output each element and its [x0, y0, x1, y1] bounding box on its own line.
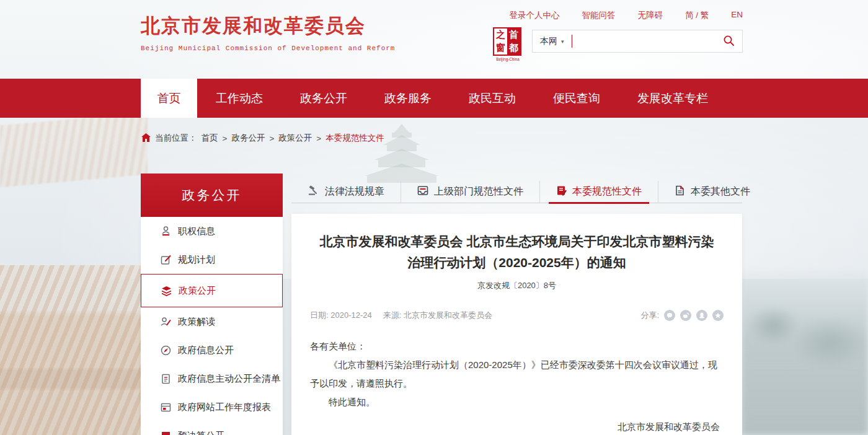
- document-number: 京发改规〔2020〕8号: [310, 280, 724, 291]
- nav-item-work-news[interactable]: 工作动态: [197, 79, 281, 118]
- search-button[interactable]: [723, 35, 735, 48]
- breadcrumb: 当前位置： 首页 > 政务公开 > 政策公开 > 本委规范性文件: [141, 133, 384, 144]
- report-table-icon: [161, 402, 171, 413]
- sidebar-item-policy-interpretation[interactable]: 政策解读: [141, 307, 283, 336]
- english-link[interactable]: EN: [731, 10, 743, 21]
- sidebar-item-label: 政府信息公开: [178, 345, 234, 356]
- palace-roof-background-bottom: [0, 265, 145, 435]
- search-scope-dropdown[interactable]: 本网 ▾: [540, 36, 564, 47]
- budget-icon: [161, 431, 171, 435]
- qq-share-icon[interactable]: [696, 310, 707, 321]
- share-label: 分享:: [640, 310, 659, 321]
- main-navigation: 首页 工作动态 政务公开 政务服务 政民互动 便民查询 发展改革专栏: [0, 79, 868, 118]
- doc-pen-icon: [556, 185, 567, 198]
- breadcrumb-gov-disclosure[interactable]: 政务公开: [231, 133, 265, 144]
- sidebar-item-budget-disclosure[interactable]: 预决算公开: [141, 421, 283, 435]
- tab-commission-normative-docs[interactable]: 本委规范性文件: [539, 181, 658, 203]
- sidebar-item-label: 规划计划: [178, 254, 215, 266]
- breadcrumb-separator: >: [223, 134, 228, 143]
- article-meta: 日期: 2020-12-24 来源: 北京市发展和改革委员会 分享:: [310, 310, 724, 321]
- inbox-icon: [417, 185, 428, 198]
- search-bar: 本网 ▾: [532, 30, 743, 53]
- tab-label: 法律法规规章: [325, 185, 384, 198]
- document-list-icon: [161, 374, 171, 384]
- tab-superior-normative-docs[interactable]: 上级部门规范性文件: [401, 181, 539, 203]
- simplified-traditional-toggle[interactable]: 简 / 繁: [685, 10, 709, 21]
- nav-item-public-inquiry[interactable]: 便民查询: [534, 79, 619, 118]
- tab-label: 上级部门规范性文件: [434, 185, 523, 198]
- sidebar-item-label: 职权信息: [178, 226, 215, 237]
- breadcrumb-policy-disclosure[interactable]: 政策公开: [278, 133, 312, 144]
- page: 北京市发展和改革委员会 Beijing Municipal Commission…: [0, 0, 868, 435]
- sidebar-item-label: 预决算公开: [178, 430, 224, 435]
- sidebar-item-label: 政府信息主动公开全清单: [178, 373, 280, 385]
- wechat-share-icon[interactable]: [664, 310, 675, 321]
- layers-icon: [161, 286, 172, 296]
- smart-qa-link[interactable]: 智能问答: [582, 10, 615, 21]
- sidebar-item-annual-website-report[interactable]: 政府网站工作年度报表: [141, 393, 283, 421]
- seal-caption: Beijing-China: [494, 57, 521, 61]
- sidebar-item-plans[interactable]: 规划计划: [141, 245, 283, 274]
- seal-icon: 之 首 窗 都: [493, 27, 521, 56]
- breadcrumb-prefix: 当前位置：: [155, 133, 197, 144]
- tab-label: 本委规范性文件: [572, 185, 642, 198]
- stamp-icon: [161, 226, 171, 237]
- site-title: 北京市发展和改革委员会: [141, 13, 395, 39]
- document-tabs: 法律法规规章 上级部门规范性文件 本委规范性文件 本委其他文件: [291, 181, 742, 203]
- tab-commission-other-docs[interactable]: 本委其他文件: [658, 181, 766, 203]
- nav-item-public-interaction[interactable]: 政民互动: [450, 79, 534, 118]
- publish-date: 日期: 2020-12-24: [310, 310, 372, 321]
- sidebar-item-label: 政府网站工作年度报表: [178, 402, 271, 413]
- search-icon: [723, 35, 735, 48]
- sidebar-item-policy-disclosure[interactable]: 政策公开: [141, 274, 283, 307]
- breadcrumb-current: 本委规范性文件: [326, 133, 384, 144]
- sidebar-item-authority-info[interactable]: 职权信息: [141, 217, 283, 245]
- palace-roof-background-top: [0, 113, 148, 188]
- share-bar: 分享:: [640, 310, 724, 321]
- tab-label: 本委其他文件: [691, 185, 750, 198]
- seal-char: 之: [494, 29, 507, 42]
- site-logo[interactable]: 北京市发展和改革委员会 Beijing Municipal Commission…: [141, 13, 395, 52]
- gavel-icon: [308, 185, 319, 198]
- trees-background: [742, 266, 868, 435]
- qzone-share-icon[interactable]: [712, 310, 724, 321]
- nav-item-reform-special[interactable]: 发展改革专栏: [619, 79, 727, 118]
- top-utility-links: 登录个人中心 智能问答 无障碍 简 / 繁 EN: [509, 10, 743, 21]
- search-scope-label: 本网: [540, 36, 557, 47]
- breadcrumb-home[interactable]: 首页: [202, 133, 218, 144]
- article-signature: 北京市发展和改革委员会: [310, 418, 724, 435]
- login-personal-center-link[interactable]: 登录个人中心: [509, 10, 559, 21]
- article-title: 北京市发展和改革委员会 北京市生态环境局关于印发北京市塑料污染治理行动计划（20…: [316, 231, 718, 273]
- accessibility-link[interactable]: 无障碍: [637, 10, 663, 21]
- nav-item-gov-disclosure[interactable]: 政务公开: [281, 79, 366, 118]
- sidebar-item-gov-info-disclosure[interactable]: 政府信息公开: [141, 336, 283, 364]
- search-input[interactable]: [572, 32, 723, 51]
- sidebar-title[interactable]: 政务公开: [141, 174, 283, 217]
- sidebar-item-label: 政策公开: [179, 285, 216, 297]
- doc-icon: [675, 185, 685, 198]
- article-paragraph: 《北京市塑料污染治理行动计划（2020-2025年）》已经市委深改委第十四次会议…: [310, 356, 724, 393]
- chevron-down-icon: ▾: [561, 38, 564, 45]
- tab-laws-regulations[interactable]: 法律法规规章: [291, 181, 401, 203]
- article-paragraph: 特此通知。: [310, 393, 724, 411]
- site-subtitle: Beijing Municipal Commission of Developm…: [141, 45, 395, 52]
- seal-char: 首: [507, 29, 520, 42]
- person-pen-icon: [161, 317, 171, 327]
- plan-edit-icon: [161, 255, 171, 265]
- sidebar: 政务公开 职权信息 规划计划 政策公开: [141, 174, 283, 435]
- compass-icon: [161, 345, 171, 356]
- sidebar-item-proactive-disclosure-list[interactable]: 政府信息主动公开全清单: [141, 364, 283, 393]
- breadcrumb-separator: >: [316, 134, 321, 143]
- weibo-share-icon[interactable]: [680, 310, 691, 321]
- nav-item-gov-services[interactable]: 政务服务: [366, 79, 450, 118]
- seal-char: 都: [507, 42, 520, 55]
- beijing-gov-seal-logo[interactable]: 之 首 窗 都 Beijing-China: [493, 27, 523, 61]
- nav-item-home[interactable]: 首页: [141, 79, 197, 118]
- home-icon: [141, 133, 151, 144]
- article-body: 各有关单位： 《北京市塑料污染治理行动计划（2020-2025年）》已经市委深改…: [310, 337, 724, 435]
- sidebar-item-label: 政策解读: [178, 316, 215, 328]
- source: 来源: 北京市发展和改革委员会: [383, 310, 492, 321]
- sidebar-menu: 职权信息 规划计划 政策公开 政策解读: [141, 217, 283, 435]
- article-panel: 北京市发展和改革委员会 北京市生态环境局关于印发北京市塑料污染治理行动计划（20…: [291, 214, 742, 435]
- breadcrumb-separator: >: [269, 134, 274, 143]
